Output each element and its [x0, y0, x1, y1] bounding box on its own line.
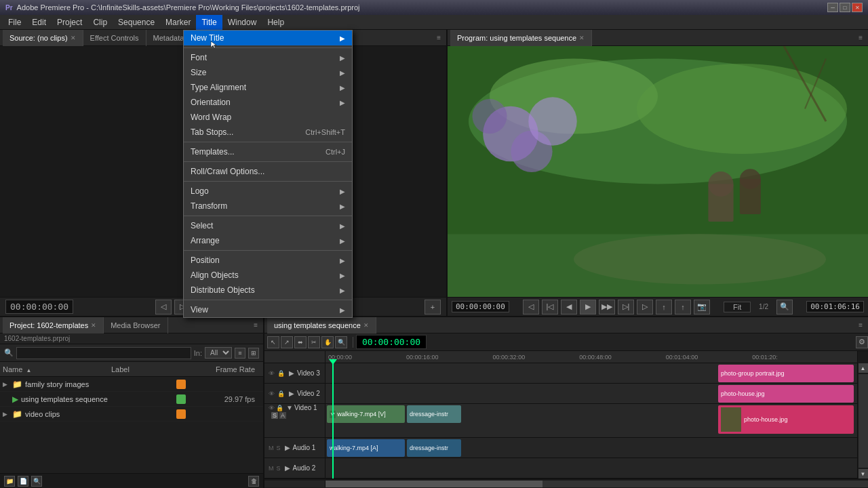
menu-separator — [184, 250, 352, 251]
menu-item-new-title[interactable]: New Title ▶ — [184, 30, 352, 45]
submenu-arrow-icon: ▶ — [340, 203, 345, 210]
item-label: Roll/Crawl Options... — [191, 167, 345, 176]
submenu-arrow-icon: ▶ — [340, 69, 345, 77]
item-label: Font — [191, 53, 340, 62]
menu-item-arrange[interactable]: Arrange ▶ — [184, 233, 352, 248]
item-label: Select — [191, 221, 340, 230]
menu-item-roll-crawl[interactable]: Roll/Crawl Options... — [184, 164, 352, 179]
submenu-arrow-icon: ▶ — [340, 272, 345, 279]
dropdown-overlay[interactable]: New Title ▶ Font ▶ Size ▶ Type Alignment… — [0, 0, 868, 488]
submenu-arrow-icon: ▶ — [340, 84, 345, 92]
menu-item-distribute-objects[interactable]: Distribute Objects ▶ — [184, 283, 352, 298]
menu-item-type-alignment[interactable]: Type Alignment ▶ — [184, 80, 352, 95]
submenu-arrow-icon: ▶ — [340, 222, 345, 230]
submenu-arrow-icon: ▶ — [340, 99, 345, 106]
item-label: Type Alignment — [191, 83, 340, 92]
submenu-arrow-icon: ▶ — [340, 287, 345, 294]
submenu-arrow-icon: ▶ — [340, 188, 345, 195]
item-label: View — [191, 305, 340, 314]
item-label: Size — [191, 68, 340, 77]
menu-separator — [184, 142, 352, 142]
menu-item-logo[interactable]: Logo ▶ — [184, 184, 352, 199]
submenu-arrow-icon: ▶ — [340, 237, 345, 245]
menu-item-templates[interactable]: Templates... Ctrl+J — [184, 144, 352, 159]
menu-separator — [184, 300, 352, 300]
title-menu-dropdown: New Title ▶ Font ▶ Size ▶ Type Alignment… — [183, 30, 353, 318]
menu-item-orientation[interactable]: Orientation ▶ — [184, 95, 352, 110]
menu-item-font[interactable]: Font ▶ — [184, 50, 352, 65]
menu-separator — [184, 161, 352, 162]
item-label: Logo — [191, 186, 340, 196]
submenu-arrow-icon: ▶ — [340, 306, 345, 314]
menu-item-word-wrap[interactable]: Word Wrap — [184, 110, 352, 125]
submenu-arrow-icon: ▶ — [340, 54, 345, 62]
item-label: Templates... — [191, 147, 326, 157]
menu-separator — [184, 47, 352, 48]
menu-item-select[interactable]: Select ▶ — [184, 218, 352, 233]
menu-item-align-objects[interactable]: Align Objects ▶ — [184, 268, 352, 283]
submenu-arrow-icon: ▶ — [340, 257, 345, 264]
menu-separator — [184, 181, 352, 182]
menu-item-view[interactable]: View ▶ — [184, 302, 352, 317]
item-label: Distribute Objects — [191, 285, 340, 295]
menu-item-position[interactable]: Position ▶ — [184, 253, 352, 268]
menu-separator — [184, 216, 352, 216]
item-label: New Title — [191, 33, 340, 43]
item-label: Arrange — [191, 236, 340, 245]
menu-item-transform[interactable]: Transform ▶ — [184, 199, 352, 214]
item-label: Tab Stops... — [191, 127, 305, 137]
item-label: Transform — [191, 201, 340, 211]
shortcut-label: Ctrl+Shift+T — [305, 128, 345, 136]
menu-item-tab-stops[interactable]: Tab Stops... Ctrl+Shift+T — [184, 125, 352, 140]
item-label: Orientation — [191, 98, 340, 107]
item-label: Word Wrap — [191, 113, 345, 122]
shortcut-label: Ctrl+J — [326, 148, 345, 156]
submenu-arrow-icon: ▶ — [340, 35, 345, 42]
item-label: Align Objects — [191, 270, 340, 280]
menu-item-size[interactable]: Size ▶ — [184, 65, 352, 80]
item-label: Position — [191, 256, 340, 265]
